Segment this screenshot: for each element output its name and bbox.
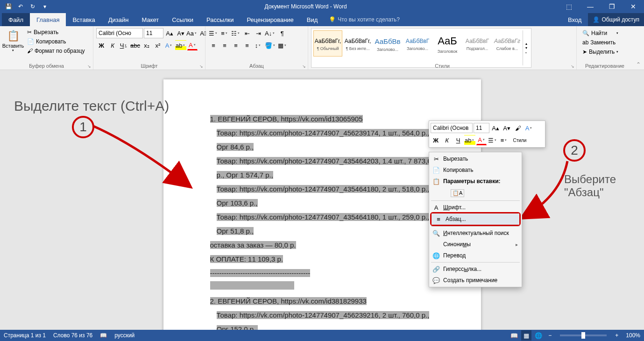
show-marks-button[interactable]: ¶ xyxy=(277,28,287,38)
zoom-level[interactable]: 100% xyxy=(626,332,640,339)
ctx-paste-option[interactable]: 📋A xyxy=(429,187,522,199)
mini-grow-font[interactable]: A▴ xyxy=(490,123,501,133)
status-proofing-icon[interactable]: 📖 xyxy=(100,332,107,339)
tab-design[interactable]: Дизайн xyxy=(102,13,135,26)
subscript-button[interactable]: x₂ xyxy=(142,40,152,50)
mini-shrink-font[interactable]: A▾ xyxy=(502,123,512,133)
view-print-button[interactable]: ▦ xyxy=(521,330,531,341)
styles-more[interactable]: ▴▾⌄ xyxy=(523,30,529,65)
zoom-slider[interactable] xyxy=(560,334,607,336)
doc-line[interactable]: оставка за заказ — 80,0 р. xyxy=(210,241,296,249)
mini-numbering[interactable]: ≡ xyxy=(499,135,509,145)
mini-size-select[interactable] xyxy=(474,123,489,133)
mini-underline[interactable]: Ч xyxy=(453,135,463,145)
strike-button[interactable]: abc xyxy=(130,40,141,50)
line-spacing-button[interactable]: ↕ xyxy=(253,40,263,50)
ctx-translate[interactable]: 🌐Перевод xyxy=(429,250,522,261)
mini-highlight[interactable]: ab xyxy=(464,135,475,145)
italic-button[interactable]: К xyxy=(107,40,118,50)
find-button[interactable]: 🔍Найти▾ xyxy=(581,29,619,37)
style-weak[interactable]: АаБбВвГгСлабое в... xyxy=(493,30,522,57)
doc-line[interactable]: Товар: https://vk.com/photo-124774907_43… xyxy=(217,213,430,235)
grow-font-button[interactable]: A▴ xyxy=(164,28,175,38)
font-name-select[interactable] xyxy=(96,28,143,38)
doc-line[interactable]: Товар: https://vk.com/photo-124774907_45… xyxy=(217,311,430,330)
ctx-cut[interactable]: ✂Вырезать xyxy=(429,153,522,164)
indent-button[interactable]: ⇥ xyxy=(253,28,263,38)
style-normal[interactable]: АаБбВвГг,¶ Обычный xyxy=(313,30,342,57)
style-h2[interactable]: АаБбВвГЗаголово... xyxy=(403,30,432,57)
view-read-button[interactable]: 📖 xyxy=(509,330,519,341)
font-size-select[interactable] xyxy=(144,28,163,38)
doc-line[interactable]: 2. ЕВГЕНИЙ СЕРОВ, https://vk.com/id38182… xyxy=(210,297,367,305)
maximize-button[interactable]: ❐ xyxy=(601,0,623,13)
view-web-button[interactable]: 🌐 xyxy=(533,330,544,341)
styles-gallery[interactable]: АаБбВвГг,¶ Обычный АаБбВвГг,¶ Без инте..… xyxy=(311,28,531,68)
tab-file[interactable]: Файл xyxy=(2,13,30,26)
doc-line[interactable]: Товар: https://vk.com/photo-124774907_45… xyxy=(217,129,430,151)
tab-home[interactable]: Главная xyxy=(30,13,66,26)
tab-mailings[interactable]: Рассылки xyxy=(200,13,240,26)
highlight-button[interactable]: ab xyxy=(175,40,186,50)
redo-button[interactable]: ↻ xyxy=(27,1,38,12)
mini-format-painter[interactable]: 🖌 xyxy=(513,123,523,133)
outdent-button[interactable]: ⇤ xyxy=(242,28,252,38)
doc-line[interactable]: ----------------------------------------… xyxy=(210,269,311,277)
mini-bold[interactable]: Ж xyxy=(431,135,441,145)
status-language[interactable]: русский xyxy=(114,332,134,339)
style-title[interactable]: АаБЗаголовок xyxy=(433,30,462,57)
replace-button[interactable]: abЗаменить xyxy=(581,38,619,47)
align-left-button[interactable]: ≡ xyxy=(208,40,219,50)
change-case-button[interactable]: Aa xyxy=(187,28,197,38)
text-effects-button[interactable]: A xyxy=(164,40,174,50)
ctx-copy[interactable]: 📄Копировать xyxy=(429,164,522,176)
font-color-button[interactable]: A xyxy=(187,40,198,50)
mini-italic[interactable]: К xyxy=(442,135,452,145)
zoom-thumb[interactable] xyxy=(581,332,585,339)
zoom-out-button[interactable]: − xyxy=(548,332,552,339)
ctx-smart-lookup[interactable]: 🔍Интеллектуальный поиск xyxy=(429,227,522,239)
doc-line[interactable]: 1. ЕВГЕНИЙ СЕРОВ, https://vk.com/id13065… xyxy=(210,115,363,123)
style-subtitle[interactable]: АаБбВвГПодзагол... xyxy=(463,30,492,57)
doc-line[interactable]: Товар: https://vk.com/photo-124774907_43… xyxy=(217,185,430,207)
justify-button[interactable]: ≡ xyxy=(242,40,252,50)
signin-button[interactable]: Вход xyxy=(561,13,588,26)
paste-button[interactable]: 📋 Вставить ▾ xyxy=(3,28,23,68)
ribbon-options-button[interactable]: ⬚ xyxy=(558,0,580,13)
sort-button[interactable]: A↓ xyxy=(264,28,276,38)
superscript-button[interactable]: x² xyxy=(153,40,163,50)
status-words[interactable]: Слово 76 из 76 xyxy=(53,332,92,339)
copy-button[interactable]: 📄Копировать xyxy=(25,37,87,46)
tab-review[interactable]: Рецензирование xyxy=(240,13,300,26)
numbering-button[interactable]: ≡ xyxy=(219,28,230,38)
style-h1[interactable]: АаБбВвЗаголово... xyxy=(373,30,402,57)
zoom-in-button[interactable]: + xyxy=(615,332,618,339)
align-right-button[interactable]: ≡ xyxy=(231,40,241,50)
close-button[interactable]: ✕ xyxy=(623,0,644,13)
ctx-paragraph[interactable]: ≡Абзац... xyxy=(432,213,519,225)
bullets-button[interactable]: ☰ xyxy=(208,28,219,38)
ctx-font[interactable]: AШрифт... xyxy=(429,202,522,213)
multilevel-button[interactable]: ☷ xyxy=(231,28,241,38)
mini-styles-button[interactable]: A xyxy=(524,123,534,133)
save-button[interactable]: 💾 xyxy=(3,1,14,12)
clipboard-launcher[interactable]: ↘ xyxy=(87,64,91,69)
doc-line[interactable]: К ОПЛАТЕ: 11 109,3 р. xyxy=(210,255,283,263)
ctx-comment[interactable]: 💬Создать примечание xyxy=(429,275,522,286)
styles-launcher[interactable]: ↘ xyxy=(571,64,574,69)
shading-button[interactable]: 🪣 xyxy=(264,40,276,50)
mini-color[interactable]: A xyxy=(476,135,487,145)
tab-layout[interactable]: Макет xyxy=(135,13,165,26)
collapse-ribbon-button[interactable]: ⌃ xyxy=(633,26,644,70)
align-center-button[interactable]: ≡ xyxy=(219,40,230,50)
select-button[interactable]: ➤Выделить▾ xyxy=(581,48,619,56)
ctx-synonyms[interactable]: Синонимы xyxy=(429,239,522,250)
tab-insert[interactable]: Вставка xyxy=(66,13,101,26)
style-nospace[interactable]: АаБбВвГг,¶ Без инте... xyxy=(343,30,372,57)
mini-bullets[interactable]: ☰ xyxy=(488,135,498,145)
undo-button[interactable]: ↶ xyxy=(15,1,26,12)
tab-references[interactable]: Ссылки xyxy=(165,13,200,26)
mini-font-select[interactable] xyxy=(431,123,473,133)
qat-customize[interactable]: ▾ xyxy=(39,1,50,12)
bold-button[interactable]: Ж xyxy=(96,40,106,50)
